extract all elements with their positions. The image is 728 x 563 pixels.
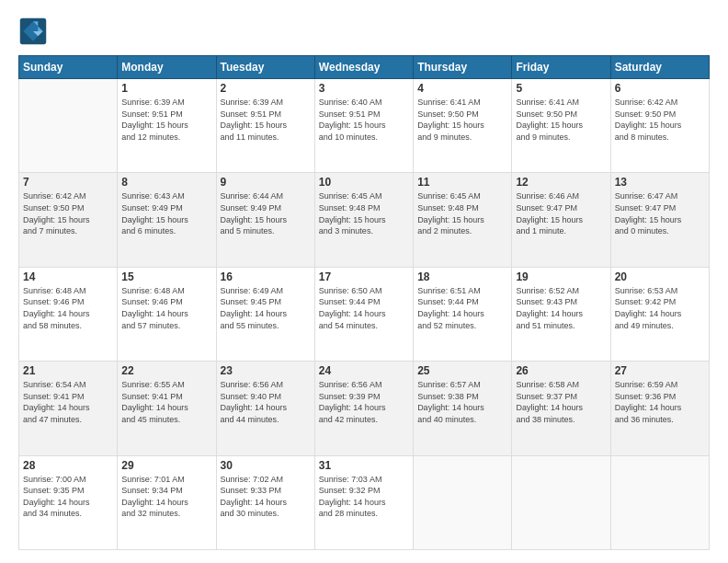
day-number: 26 <box>516 364 606 377</box>
day-info: Sunrise: 6:42 AM Sunset: 9:50 PM Dayligh… <box>23 190 113 236</box>
day-info: Sunrise: 6:53 AM Sunset: 9:42 PM Dayligh… <box>615 285 705 331</box>
day-info: Sunrise: 6:58 AM Sunset: 9:37 PM Dayligh… <box>516 379 606 425</box>
weekday-header-saturday: Saturday <box>610 56 709 79</box>
day-info: Sunrise: 6:44 AM Sunset: 9:49 PM Dayligh… <box>221 190 311 236</box>
logo <box>18 17 51 46</box>
day-info: Sunrise: 6:41 AM Sunset: 9:50 PM Dayligh… <box>516 97 606 143</box>
day-number: 21 <box>23 364 113 377</box>
day-info: Sunrise: 7:00 AM Sunset: 9:35 PM Dayligh… <box>23 474 113 520</box>
day-number: 10 <box>319 176 409 189</box>
calendar-cell: 23Sunrise: 6:56 AM Sunset: 9:40 PM Dayli… <box>216 362 314 455</box>
calendar-cell <box>512 455 610 549</box>
day-info: Sunrise: 6:55 AM Sunset: 9:41 PM Dayligh… <box>121 379 211 425</box>
day-number: 1 <box>121 82 211 95</box>
calendar-cell: 24Sunrise: 6:56 AM Sunset: 9:39 PM Dayli… <box>314 362 413 455</box>
day-number: 22 <box>121 364 211 377</box>
day-number: 8 <box>121 176 211 189</box>
day-number: 25 <box>417 364 507 377</box>
day-info: Sunrise: 6:48 AM Sunset: 9:46 PM Dayligh… <box>23 285 113 331</box>
calendar-cell: 8Sunrise: 6:43 AM Sunset: 9:49 PM Daylig… <box>118 173 216 267</box>
calendar-cell: 13Sunrise: 6:47 AM Sunset: 9:47 PM Dayli… <box>610 173 709 267</box>
calendar-cell <box>19 79 118 173</box>
day-info: Sunrise: 6:51 AM Sunset: 9:44 PM Dayligh… <box>417 285 507 331</box>
calendar-cell: 7Sunrise: 6:42 AM Sunset: 9:50 PM Daylig… <box>19 173 118 267</box>
calendar-cell: 26Sunrise: 6:58 AM Sunset: 9:37 PM Dayli… <box>512 362 610 455</box>
weekday-header-sunday: Sunday <box>19 56 118 79</box>
calendar-cell: 22Sunrise: 6:55 AM Sunset: 9:41 PM Dayli… <box>118 362 216 455</box>
calendar-cell: 29Sunrise: 7:01 AM Sunset: 9:34 PM Dayli… <box>118 455 216 549</box>
day-info: Sunrise: 6:49 AM Sunset: 9:45 PM Dayligh… <box>221 285 311 331</box>
calendar-cell: 10Sunrise: 6:45 AM Sunset: 9:48 PM Dayli… <box>314 173 413 267</box>
day-number: 12 <box>516 176 606 189</box>
calendar-week-row: 7Sunrise: 6:42 AM Sunset: 9:50 PM Daylig… <box>19 173 710 267</box>
day-info: Sunrise: 6:50 AM Sunset: 9:44 PM Dayligh… <box>319 285 409 331</box>
calendar-cell: 5Sunrise: 6:41 AM Sunset: 9:50 PM Daylig… <box>512 79 610 173</box>
calendar-cell: 21Sunrise: 6:54 AM Sunset: 9:41 PM Dayli… <box>19 362 118 455</box>
calendar-cell: 20Sunrise: 6:53 AM Sunset: 9:42 PM Dayli… <box>610 267 709 361</box>
day-info: Sunrise: 6:40 AM Sunset: 9:51 PM Dayligh… <box>319 97 409 143</box>
day-number: 15 <box>121 270 211 283</box>
weekday-header-monday: Monday <box>118 56 216 79</box>
weekday-header-row: SundayMondayTuesdayWednesdayThursdayFrid… <box>19 56 710 79</box>
calendar-cell: 27Sunrise: 6:59 AM Sunset: 9:36 PM Dayli… <box>610 362 709 455</box>
calendar-table: SundayMondayTuesdayWednesdayThursdayFrid… <box>18 55 710 550</box>
calendar-cell: 30Sunrise: 7:02 AM Sunset: 9:33 PM Dayli… <box>216 455 314 549</box>
day-info: Sunrise: 6:54 AM Sunset: 9:41 PM Dayligh… <box>23 379 113 425</box>
calendar-cell: 15Sunrise: 6:48 AM Sunset: 9:46 PM Dayli… <box>118 267 216 361</box>
day-number: 6 <box>615 82 705 95</box>
calendar-week-row: 28Sunrise: 7:00 AM Sunset: 9:35 PM Dayli… <box>19 455 710 549</box>
calendar-cell: 18Sunrise: 6:51 AM Sunset: 9:44 PM Dayli… <box>414 267 512 361</box>
day-number: 28 <box>23 459 113 472</box>
day-info: Sunrise: 6:56 AM Sunset: 9:40 PM Dayligh… <box>221 379 311 425</box>
day-info: Sunrise: 6:48 AM Sunset: 9:46 PM Dayligh… <box>121 285 211 331</box>
day-number: 2 <box>221 82 311 95</box>
day-number: 23 <box>221 364 311 377</box>
day-number: 31 <box>319 459 409 472</box>
header <box>18 17 710 46</box>
day-info: Sunrise: 7:03 AM Sunset: 9:32 PM Dayligh… <box>319 474 409 520</box>
day-info: Sunrise: 6:52 AM Sunset: 9:43 PM Dayligh… <box>516 285 606 331</box>
calendar-week-row: 14Sunrise: 6:48 AM Sunset: 9:46 PM Dayli… <box>19 267 710 361</box>
day-number: 9 <box>221 176 311 189</box>
calendar-cell: 17Sunrise: 6:50 AM Sunset: 9:44 PM Dayli… <box>314 267 413 361</box>
day-number: 17 <box>319 270 409 283</box>
day-info: Sunrise: 6:42 AM Sunset: 9:50 PM Dayligh… <box>615 97 705 143</box>
day-number: 3 <box>319 82 409 95</box>
calendar-cell: 6Sunrise: 6:42 AM Sunset: 9:50 PM Daylig… <box>610 79 709 173</box>
calendar-cell: 9Sunrise: 6:44 AM Sunset: 9:49 PM Daylig… <box>216 173 314 267</box>
day-info: Sunrise: 6:39 AM Sunset: 9:51 PM Dayligh… <box>221 97 311 143</box>
calendar-cell: 1Sunrise: 6:39 AM Sunset: 9:51 PM Daylig… <box>118 79 216 173</box>
calendar-cell: 16Sunrise: 6:49 AM Sunset: 9:45 PM Dayli… <box>216 267 314 361</box>
calendar-cell: 2Sunrise: 6:39 AM Sunset: 9:51 PM Daylig… <box>216 79 314 173</box>
calendar-cell: 31Sunrise: 7:03 AM Sunset: 9:32 PM Dayli… <box>314 455 413 549</box>
calendar-cell: 12Sunrise: 6:46 AM Sunset: 9:47 PM Dayli… <box>512 173 610 267</box>
day-number: 18 <box>417 270 507 283</box>
day-info: Sunrise: 6:46 AM Sunset: 9:47 PM Dayligh… <box>516 190 606 236</box>
weekday-header-friday: Friday <box>512 56 610 79</box>
calendar-cell: 4Sunrise: 6:41 AM Sunset: 9:50 PM Daylig… <box>414 79 512 173</box>
calendar-cell: 28Sunrise: 7:00 AM Sunset: 9:35 PM Dayli… <box>19 455 118 549</box>
day-number: 5 <box>516 82 606 95</box>
day-info: Sunrise: 6:39 AM Sunset: 9:51 PM Dayligh… <box>121 97 211 143</box>
day-number: 19 <box>516 270 606 283</box>
weekday-header-thursday: Thursday <box>414 56 512 79</box>
day-info: Sunrise: 6:43 AM Sunset: 9:49 PM Dayligh… <box>121 190 211 236</box>
logo-icon <box>18 17 48 46</box>
calendar-cell: 25Sunrise: 6:57 AM Sunset: 9:38 PM Dayli… <box>414 362 512 455</box>
day-number: 14 <box>23 270 113 283</box>
day-number: 4 <box>417 82 507 95</box>
calendar-week-row: 21Sunrise: 6:54 AM Sunset: 9:41 PM Dayli… <box>19 362 710 455</box>
day-info: Sunrise: 6:45 AM Sunset: 9:48 PM Dayligh… <box>319 190 409 236</box>
day-info: Sunrise: 7:02 AM Sunset: 9:33 PM Dayligh… <box>221 474 311 520</box>
day-info: Sunrise: 6:47 AM Sunset: 9:47 PM Dayligh… <box>615 190 705 236</box>
day-info: Sunrise: 6:56 AM Sunset: 9:39 PM Dayligh… <box>319 379 409 425</box>
calendar-week-row: 1Sunrise: 6:39 AM Sunset: 9:51 PM Daylig… <box>19 79 710 173</box>
day-info: Sunrise: 7:01 AM Sunset: 9:34 PM Dayligh… <box>121 474 211 520</box>
day-info: Sunrise: 6:45 AM Sunset: 9:48 PM Dayligh… <box>417 190 507 236</box>
day-number: 30 <box>221 459 311 472</box>
calendar-cell <box>414 455 512 549</box>
day-number: 20 <box>615 270 705 283</box>
calendar-cell: 11Sunrise: 6:45 AM Sunset: 9:48 PM Dayli… <box>414 173 512 267</box>
page: SundayMondayTuesdayWednesdayThursdayFrid… <box>0 0 728 563</box>
weekday-header-wednesday: Wednesday <box>314 56 413 79</box>
